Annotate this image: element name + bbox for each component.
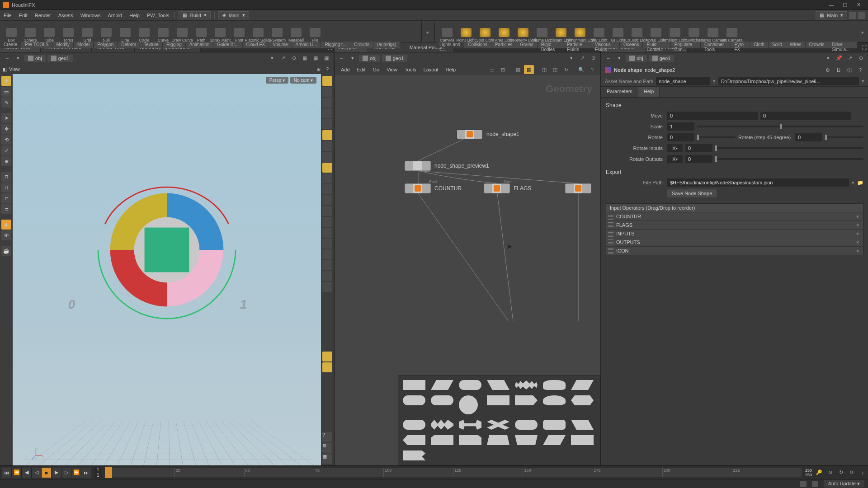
input-op-row[interactable]: COUNTUR× xyxy=(606,212,863,221)
net-pathbar-btn-b[interactable]: ↗ xyxy=(578,54,587,63)
menubar-icon-b[interactable] xyxy=(858,12,865,19)
parm-asset-path-field[interactable]: D:/Dropbox/Dropbox/pw_pipeline/pw_pipeli… xyxy=(718,77,859,85)
scene-fwd-button[interactable]: ▾ xyxy=(14,54,23,63)
net-pathbar-btn-c[interactable]: ⊙ xyxy=(589,54,598,63)
viewport-3d[interactable]: Persp ▾ No cam ▾ 0 xyxy=(13,74,321,465)
net-menu-edit[interactable]: Edit xyxy=(354,64,369,75)
shape-slant-l2[interactable] xyxy=(571,380,594,390)
parm-rotin-axis-dropdown[interactable]: X ▾ xyxy=(667,144,683,152)
shelf-tool-skylight[interactable]: Sky Light xyxy=(590,27,609,43)
net-btn-list[interactable]: ☰ xyxy=(487,65,497,74)
disp-btn-r[interactable] xyxy=(322,260,332,270)
input-op-row[interactable]: INPUTS× xyxy=(606,229,863,238)
shelf-tab[interactable]: (autorigs) xyxy=(373,42,400,48)
shelf-tab[interactable]: Viscous Fluids xyxy=(591,42,620,48)
parm-pathbar-btn-d[interactable]: ⊙ xyxy=(856,54,865,63)
disp-btn-k[interactable] xyxy=(322,184,332,194)
viewport-persp-dropdown[interactable]: Persp ▾ xyxy=(266,77,288,84)
shelf-tab[interactable]: Rigid Bodies xyxy=(538,42,563,48)
shelf-tab[interactable]: PW TOOLS xyxy=(21,42,52,48)
shelf-tab[interactable]: Texture xyxy=(140,42,163,48)
disp-btn-disp[interactable]: ▦ xyxy=(322,454,332,464)
shelf-tool-pointlight[interactable]: Point Light xyxy=(457,27,476,43)
parm-info-icon[interactable]: ⓘ xyxy=(845,66,854,74)
parm-asset-name-field[interactable]: node_shape xyxy=(656,77,710,85)
tool-select[interactable]: ✥ xyxy=(1,76,11,86)
minimize-button[interactable]: — xyxy=(825,0,838,9)
shelf-tool-circle[interactable]: Circle xyxy=(135,27,154,43)
net-menu-go[interactable]: Go xyxy=(369,64,383,75)
shelf-tab[interactable]: Pyro FX xyxy=(731,42,750,48)
input-op-remove[interactable]: × xyxy=(854,248,861,253)
net-path-obj[interactable]: obj xyxy=(359,55,380,62)
disp-btn-n[interactable] xyxy=(322,217,332,227)
disp-btn-t[interactable] xyxy=(322,282,332,292)
shape-trap2[interactable] xyxy=(515,435,538,445)
disp-btn-j[interactable] xyxy=(322,174,332,183)
net-pathbar-btn-a[interactable]: ▾ xyxy=(567,54,576,63)
parm-move-x-field[interactable]: 0 xyxy=(667,112,758,120)
shelf-tool-ambientlight[interactable]: Ambient Light xyxy=(665,27,684,43)
parm-move-y-field[interactable]: 0 xyxy=(760,112,851,120)
pane-btn-right-b[interactable]: ⛶ xyxy=(860,43,868,52)
shelf-tool-spotlight[interactable]: Spot Light xyxy=(476,27,495,43)
timeline-first-button[interactable]: ⏮ xyxy=(2,468,12,478)
timeline-cursor[interactable]: 1 xyxy=(105,467,112,478)
tool-view[interactable]: 👁 xyxy=(1,230,11,240)
shelf-tool-curve[interactable]: Curve xyxy=(154,27,173,43)
shelf-tab[interactable]: Model xyxy=(74,42,94,48)
shelf-tab[interactable]: Animation xyxy=(186,42,213,48)
shape-cloud2[interactable] xyxy=(543,395,566,405)
network-canvas[interactable]: Geometry node_shape1 node_shape_preview1… xyxy=(335,75,600,465)
scene-pathbar-btn-b[interactable]: ↗ xyxy=(278,54,288,63)
timeline-key-button[interactable]: 🔑 xyxy=(815,468,824,477)
disp-btn-s[interactable] xyxy=(322,271,332,281)
timeline-audio-button[interactable]: ♪ xyxy=(858,468,867,477)
disp-btn-b[interactable] xyxy=(322,87,332,97)
tool-snap-d[interactable]: ⊐ xyxy=(1,204,11,214)
shelf-tool-stereocam[interactable]: Stereo Camera xyxy=(703,27,722,43)
parm-code-icon[interactable]: ⵡ xyxy=(835,66,843,74)
menu-windows[interactable]: Windows xyxy=(77,10,104,20)
drag-handle-icon[interactable] xyxy=(608,248,613,254)
disp-btn-f[interactable] xyxy=(322,130,332,140)
parm-path-geo[interactable]: geo1 xyxy=(649,55,674,62)
net-path-geo[interactable]: geo1 xyxy=(382,55,407,62)
parm-rotate-step-field[interactable]: 0 xyxy=(795,133,822,141)
parm-path-obj[interactable]: obj xyxy=(626,55,647,62)
tool-pointer[interactable]: ➤ xyxy=(1,113,11,123)
tool-snap-b[interactable]: ⊔ xyxy=(1,183,11,192)
menu-render[interactable]: Render xyxy=(31,10,55,20)
timeline-stop-button[interactable]: ■ xyxy=(42,468,52,478)
node-node-shape1[interactable]: node_shape1 xyxy=(457,129,519,139)
shelf-tab[interactable]: Wires xyxy=(786,42,806,48)
net-menu-tools[interactable]: Tools xyxy=(401,64,420,75)
shelf-tool-line[interactable]: Line xyxy=(116,27,135,43)
timeline-end-1[interactable]: 250 xyxy=(805,468,812,473)
parm-scale-slider[interactable] xyxy=(697,126,863,127)
node-countur[interactable]: Blast COUNTUR xyxy=(405,183,462,193)
net-btn-view2[interactable]: ▦ xyxy=(524,65,534,74)
timeline-prevframe-button[interactable]: ◀ xyxy=(22,468,32,478)
shelf-tab[interactable]: Guide Br... xyxy=(213,42,242,48)
disp-btn-p[interactable] xyxy=(322,239,332,249)
disp-btn-o[interactable] xyxy=(322,228,332,238)
shelf-tool-camera[interactable]: Camera xyxy=(438,27,457,43)
shelf-tool-envlight[interactable]: Environment Light xyxy=(571,27,590,43)
maximize-button[interactable]: ▢ xyxy=(838,0,852,9)
menu-assets[interactable]: Assets xyxy=(55,10,77,20)
shelf-tab[interactable]: Collisions xyxy=(464,42,491,48)
parm-tab-help[interactable]: Help xyxy=(638,87,660,97)
parm-back-button[interactable]: ← xyxy=(604,54,613,63)
save-node-shape-button[interactable]: Save Node Shape xyxy=(667,189,717,197)
timeline-last-button[interactable]: ⏭ xyxy=(81,468,91,478)
shape-x[interactable] xyxy=(487,420,509,430)
tool-lasso[interactable]: ▭ xyxy=(1,87,11,97)
shelf-tool-gilight[interactable]: GI Light xyxy=(609,27,627,43)
shelf-tool-tube[interactable]: Tube xyxy=(40,27,59,43)
menu-help[interactable]: Help xyxy=(126,10,143,20)
shelf-tab[interactable]: Lights and C... xyxy=(436,42,464,48)
status-icon-a[interactable] xyxy=(800,481,807,487)
parm-tab-parameters[interactable]: Parameters xyxy=(601,87,638,97)
desktop-left-dropdown[interactable]: ▦ Build ▾ xyxy=(179,11,210,19)
